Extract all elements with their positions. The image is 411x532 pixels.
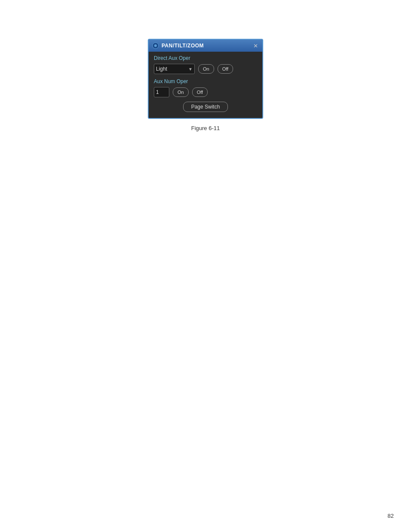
aux-off-button[interactable]: Off	[192, 87, 208, 97]
dialog-body: Direct Aux Oper Light ▼ On Off Aux Num O…	[149, 52, 262, 118]
close-button[interactable]: ✕	[252, 43, 259, 49]
dialog-titlebar: PAN/TILT/ZOOM ✕	[149, 40, 262, 52]
num-input-value: 1	[156, 89, 159, 95]
direct-off-button[interactable]: Off	[218, 64, 233, 74]
direct-aux-row: Light ▼ On Off	[154, 64, 257, 74]
dropdown-arrow-icon: ▼	[188, 67, 193, 72]
app-icon	[152, 42, 159, 49]
aux-dropdown[interactable]: Light ▼	[154, 64, 195, 74]
svg-point-1	[154, 44, 157, 47]
dialog-window: PAN/TILT/ZOOM ✕ Direct Aux Oper Light ▼ …	[148, 39, 263, 119]
aux-num-label: Aux Num Oper	[154, 78, 257, 84]
aux-on-button[interactable]: On	[173, 87, 189, 97]
figure-container: PAN/TILT/ZOOM ✕ Direct Aux Oper Light ▼ …	[148, 39, 263, 131]
figure-caption: Figure 6-11	[191, 125, 220, 131]
dialog-title: PAN/TILT/ZOOM	[162, 43, 204, 49]
titlebar-left: PAN/TILT/ZOOM	[152, 42, 204, 49]
direct-aux-label: Direct Aux Oper	[154, 55, 257, 61]
page-switch-button[interactable]: Page Switch	[183, 102, 228, 112]
aux-num-row: 1 On Off	[154, 87, 257, 97]
direct-on-button[interactable]: On	[198, 64, 214, 74]
num-input[interactable]: 1	[154, 87, 169, 97]
page-number: 82	[388, 513, 394, 519]
dropdown-value: Light	[156, 66, 167, 72]
